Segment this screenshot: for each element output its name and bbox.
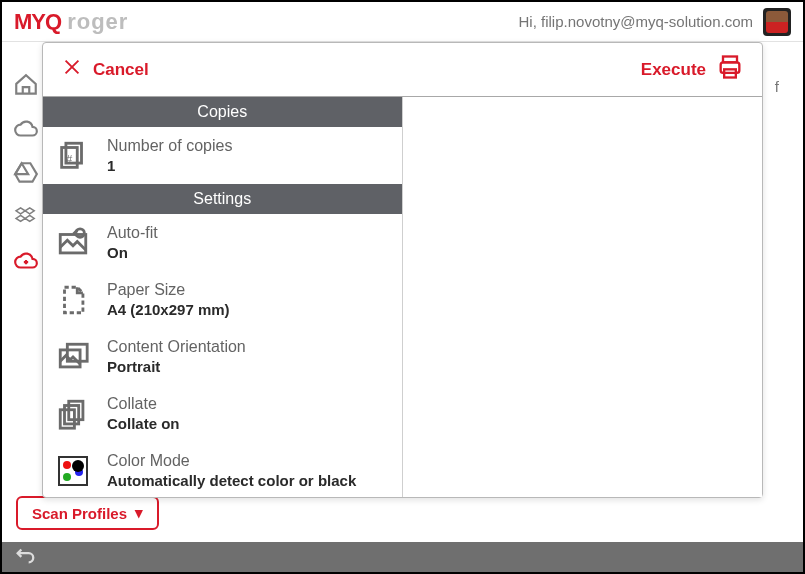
autofit-label: Auto-fit [107, 224, 158, 242]
row-paper-size[interactable]: Paper Size A4 (210x297 mm) [43, 271, 402, 328]
bg-footer [2, 542, 803, 572]
modal-header: Cancel Execute [43, 43, 762, 97]
scan-profiles-label: Scan Profiles [32, 505, 127, 522]
drive-icon[interactable] [13, 160, 39, 190]
bg-placeholder: f [775, 78, 779, 95]
orientation-icon [53, 340, 93, 374]
back-icon[interactable] [14, 544, 36, 570]
row-auto-fit[interactable]: Auto-fit On [43, 214, 402, 271]
color-label: Color Mode [107, 452, 356, 470]
color-mode-icon [53, 456, 93, 486]
execute-button[interactable]: Execute [641, 53, 744, 86]
execute-label: Execute [641, 60, 706, 80]
orientation-label: Content Orientation [107, 338, 246, 356]
collate-label: Collate [107, 395, 180, 413]
preview-pane [403, 97, 763, 497]
home-icon[interactable] [13, 72, 39, 102]
cancel-button[interactable]: Cancel [61, 56, 149, 83]
paper-icon [53, 283, 93, 317]
svg-text:#: # [66, 153, 73, 165]
section-header-settings: Settings [43, 184, 402, 214]
row-number-of-copies[interactable]: # Number of copies 1 [43, 127, 402, 184]
printer-icon [716, 53, 744, 86]
autofit-value: On [107, 244, 158, 261]
paper-label: Paper Size [107, 281, 230, 299]
cancel-label: Cancel [93, 60, 149, 80]
scan-cloud-icon[interactable] [13, 248, 39, 278]
svg-point-7 [76, 228, 85, 237]
svg-rect-11 [65, 405, 79, 423]
copies-value: 1 [107, 157, 232, 174]
autofit-icon [53, 226, 93, 260]
color-value: Automatically detect color or black [107, 472, 356, 489]
collate-value: Collate on [107, 415, 180, 432]
cloud-icon[interactable] [13, 116, 39, 146]
settings-pane: Copies # Number of copies 1 Settings [43, 97, 403, 497]
close-icon [61, 56, 83, 83]
app-logo: MYQ roger [14, 9, 128, 35]
paper-value: A4 (210x297 mm) [107, 301, 230, 318]
row-color-mode[interactable]: Color Mode Automatically detect color or… [43, 442, 402, 497]
scan-profiles-button[interactable]: Scan Profiles ▾ [16, 496, 159, 530]
avatar[interactable] [763, 8, 791, 36]
logo-myq: MYQ [14, 9, 61, 35]
copies-icon: # [53, 139, 93, 173]
bg-header: MYQ roger Hi, filip.novotny@myq-solution… [2, 2, 803, 42]
row-collate[interactable]: Collate Collate on [43, 385, 402, 442]
row-content-orientation[interactable]: Content Orientation Portrait [43, 328, 402, 385]
copies-label: Number of copies [107, 137, 232, 155]
chevron-down-icon: ▾ [135, 504, 143, 522]
logo-roger: roger [67, 9, 128, 35]
dropbox-icon[interactable] [13, 204, 39, 234]
app-root: MYQ roger Hi, filip.novotny@myq-solution… [0, 0, 805, 574]
greeting-text: Hi, filip.novotny@myq-solution.com [519, 13, 753, 30]
section-header-copies: Copies [43, 97, 402, 127]
modal-body: Copies # Number of copies 1 Settings [43, 97, 762, 497]
collate-icon [53, 397, 93, 431]
print-settings-modal: Cancel Execute Copies # Number of copies [42, 42, 763, 498]
orientation-value: Portrait [107, 358, 246, 375]
